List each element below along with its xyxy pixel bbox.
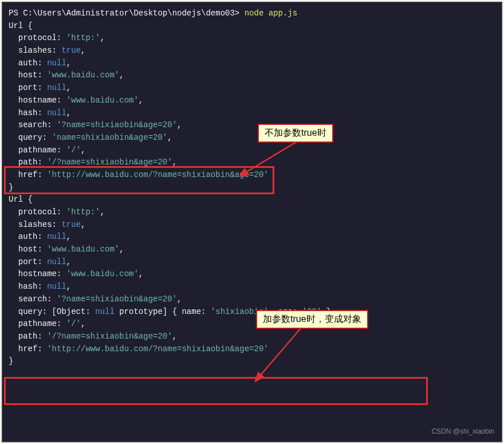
output-line: Url { xyxy=(9,20,495,33)
output-line: slashes: true, xyxy=(9,219,495,231)
terminal-window: PS C:\Users\Administrator\Desktop\nodejs… xyxy=(2,2,502,442)
output-line: search: '?name=shixiaobin&age=20', xyxy=(9,293,495,306)
output-line: slashes: true, xyxy=(9,45,495,57)
output-line: auth: null, xyxy=(9,231,495,243)
output-line: host: 'www.baidu.com', xyxy=(9,243,495,256)
output-line: hash: null, xyxy=(9,281,495,293)
output-line: href: 'http://www.baidu.com/?name=shixia… xyxy=(9,343,495,356)
output-line: query: 'name=shixiaobin&age=20', xyxy=(9,132,495,144)
output-line: path: '/?name=shixiaobin&age=20', xyxy=(9,156,495,169)
command-text: node app.js xyxy=(245,9,297,18)
annotation-box-2: 加参数true时，变成对象 xyxy=(256,310,368,329)
output-line: port: null, xyxy=(9,256,495,269)
output-line: pathname: '/', xyxy=(9,144,495,157)
output-line: path: '/?name=shixiaobin&age=20', xyxy=(9,331,495,343)
output-line: hash: null, xyxy=(9,107,495,120)
output-line: hostname: 'www.baidu.com', xyxy=(9,95,495,107)
output-line: href: 'http://www.baidu.com/?name=shixia… xyxy=(9,169,495,182)
watermark-text: CSDN @shi_xiaobin xyxy=(431,427,494,435)
output-line: host: 'www.baidu.com', xyxy=(9,69,495,82)
output-line: hostname: 'www.baidu.com', xyxy=(9,268,495,281)
prompt-text: PS C:\Users\Administrator\Desktop\nodejs… xyxy=(9,9,245,18)
output-line: } xyxy=(9,182,495,194)
output-line: protocol: 'http:', xyxy=(9,32,495,45)
output-line: } xyxy=(9,355,495,368)
output-line: protocol: 'http:', xyxy=(9,206,495,219)
output-line: query: [Object: null prototype] { name: … xyxy=(9,306,495,319)
output-line: pathname: '/', xyxy=(9,318,495,331)
highlight-box-2 xyxy=(4,377,428,405)
output-line: Url { xyxy=(9,194,495,206)
annotation-box-1: 不加参数true时 xyxy=(258,124,333,143)
output-line: search: '?name=shixiaobin&age=20', xyxy=(9,119,495,132)
output-line: port: null, xyxy=(9,82,495,95)
command-line: PS C:\Users\Administrator\Desktop\nodejs… xyxy=(9,7,495,20)
output-line: auth: null, xyxy=(9,57,495,70)
